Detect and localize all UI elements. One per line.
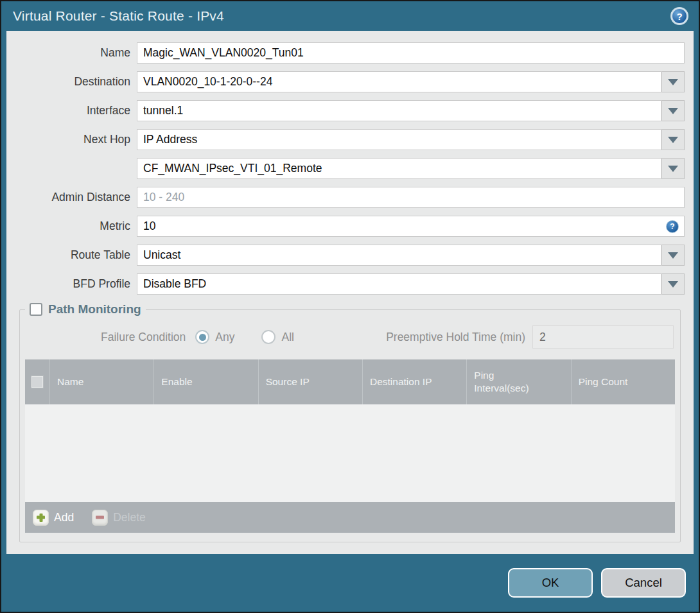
form-row-destination: Destination [6, 71, 685, 92]
failure-condition-row: Failure Condition Any All Preemptive Hol… [25, 325, 675, 349]
delete-button-label: Delete [113, 511, 146, 524]
dialog-footer: OK Cancel [1, 554, 699, 612]
destination-dropdown-button[interactable] [661, 71, 685, 92]
cancel-button[interactable]: Cancel [601, 568, 686, 598]
preemptive-hold-time-label: Preemptive Hold Time (min) [386, 331, 525, 344]
column-header-destination-ip: Destination IP [362, 359, 466, 404]
path-monitoring-section: Path Monitoring Failure Condition Any Al… [19, 302, 681, 542]
destination-label: Destination [6, 75, 137, 89]
table-footer-bar: Add Delete [25, 502, 675, 533]
interface-label: Interface [6, 104, 137, 117]
path-monitoring-checkbox[interactable] [30, 303, 42, 316]
next-hop-type-dropdown-button[interactable] [661, 129, 685, 150]
failure-condition-any-radio[interactable] [195, 330, 209, 344]
select-all-cell [25, 359, 49, 404]
next-hop-address-input[interactable] [137, 158, 661, 179]
help-icon[interactable]: ? [670, 7, 688, 25]
dialog-title: Virtual Router - Static Route - IPv4 [13, 8, 224, 24]
path-monitoring-title: Path Monitoring [48, 302, 141, 316]
chevron-down-icon [668, 108, 678, 114]
radio-dot [199, 334, 206, 341]
admin-distance-label: Admin Distance [6, 191, 137, 204]
form-row-admin-distance: Admin Distance [6, 187, 685, 208]
chevron-down-icon [668, 252, 678, 259]
plus-icon [33, 510, 49, 526]
next-hop-address-dropdown-button[interactable] [661, 158, 685, 179]
form-row-next-hop: Next Hop [6, 129, 685, 150]
form-row-next-hop-address [6, 158, 685, 179]
select-all-checkbox[interactable] [31, 376, 43, 388]
form-row-interface: Interface [6, 100, 685, 121]
chevron-down-icon [668, 281, 678, 288]
route-table-label: Route Table [6, 248, 137, 262]
bfd-profile-input[interactable] [137, 273, 661, 295]
delete-button[interactable]: Delete [92, 510, 146, 526]
form-row-route-table: Route Table [6, 245, 685, 266]
path-monitoring-legend: Path Monitoring [25, 302, 146, 316]
column-header-ping-count: Ping Count [571, 359, 675, 404]
metric-label: Metric [6, 220, 137, 233]
next-hop-label: Next Hop [6, 133, 137, 146]
interface-dropdown-button[interactable] [661, 100, 685, 121]
column-header-enable: Enable [153, 359, 258, 404]
form-row-metric: Metric ? [6, 216, 685, 237]
admin-distance-input[interactable] [137, 187, 685, 208]
form-row-name: Name [6, 42, 685, 64]
chevron-down-icon [668, 137, 678, 143]
route-table-dropdown-button[interactable] [661, 245, 685, 266]
column-header-source-ip: Source IP [258, 359, 362, 404]
failure-condition-all-label: All [281, 331, 293, 344]
name-input[interactable] [137, 42, 685, 64]
route-table-input[interactable] [137, 245, 661, 266]
table-header-row: Name Enable Source IP Destination IP Pin… [25, 359, 675, 404]
metric-help-icon[interactable]: ? [666, 220, 679, 233]
dialog-window: Virtual Router - Static Route - IPv4 ? N… [0, 0, 700, 613]
interface-input[interactable] [137, 100, 661, 121]
failure-condition-all-radio[interactable] [261, 330, 276, 344]
chevron-down-icon [668, 79, 678, 85]
ok-button[interactable]: OK [508, 568, 593, 598]
bfd-profile-label: BFD Profile [6, 277, 137, 291]
destination-input[interactable] [137, 71, 661, 92]
path-monitoring-table: Name Enable Source IP Destination IP Pin… [25, 359, 675, 533]
add-button[interactable]: Add [33, 510, 74, 526]
failure-condition-any-label: Any [215, 331, 234, 344]
add-button-label: Add [54, 511, 74, 524]
chevron-down-icon [668, 166, 678, 172]
title-bar: Virtual Router - Static Route - IPv4 ? [1, 1, 699, 31]
column-header-name: Name [49, 359, 153, 404]
minus-icon [92, 510, 108, 526]
failure-condition-label: Failure Condition [101, 331, 186, 344]
preemptive-hold-time-input[interactable] [532, 325, 674, 349]
name-label: Name [6, 46, 137, 60]
next-hop-type-input[interactable] [137, 129, 661, 150]
metric-input[interactable] [137, 216, 685, 237]
table-body-empty [25, 404, 675, 502]
dialog-body: Name Destination Interface [6, 31, 694, 554]
column-header-ping-interval: Ping Interval(sec) [466, 359, 570, 404]
form-row-bfd-profile: BFD Profile [6, 273, 685, 295]
bfd-profile-dropdown-button[interactable] [661, 273, 685, 295]
